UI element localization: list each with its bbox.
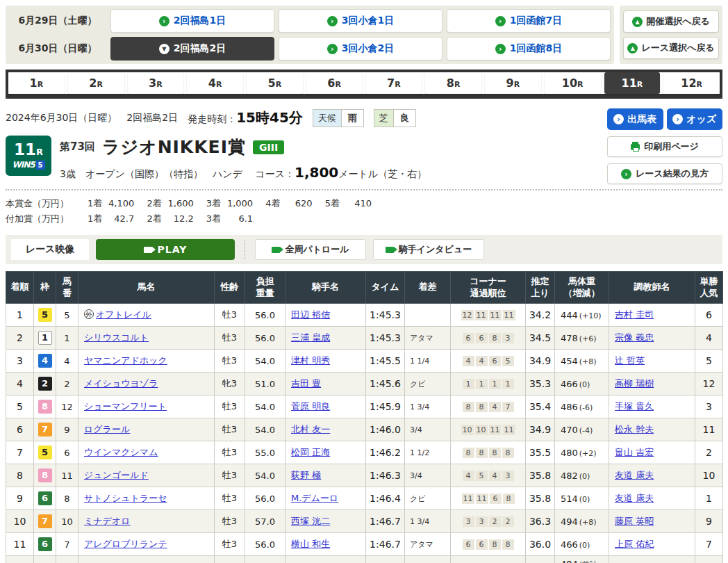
horse-name-link[interactable]: シリウスコルト (84, 332, 149, 343)
sex-age-cell: 牡3 (215, 464, 245, 487)
horse-name-link[interactable]: ヤマニンアドホック (84, 355, 167, 366)
corner-position: 4 (463, 356, 474, 366)
race-tab-2r[interactable]: 2R (68, 72, 124, 94)
popularity-cell: 1 (695, 487, 723, 510)
column-header: 単勝 人気 (695, 272, 723, 304)
sex-age-cell: 牡3 (215, 418, 245, 441)
trainer-name-link[interactable]: 手塚 貴久 (615, 401, 654, 411)
date-row-saturday: 6月29日（土曜） › 2回福島1日 › 3回小倉1日 › 1回函館7日 (9, 9, 611, 33)
frame-number-badge: 2 (38, 377, 52, 391)
corner-positions-cell: 3322 (451, 510, 526, 533)
meeting-button-label: 3回小倉2日 (342, 42, 394, 55)
chevron-up-circle-icon: ▲ (632, 17, 643, 27)
meeting-button-hakodate8[interactable]: › 1回函館8日 (447, 37, 611, 60)
play-button[interactable]: PLAY (96, 239, 235, 260)
race-tab-9r[interactable]: 9R (485, 72, 541, 94)
shutsuba-button[interactable]: › 出馬表 (607, 108, 663, 130)
jockey-interview-button[interactable]: 騎手インタビュー (373, 239, 484, 260)
corner-position: 11 (475, 310, 488, 320)
popularity-cell: 12 (695, 373, 723, 395)
jockey-name-link[interactable]: 西塚 洸二 (291, 516, 330, 526)
race-tab-8r[interactable]: 8R (425, 72, 481, 94)
carried-weight-cell: 54.0 (245, 395, 286, 418)
jockey-name-link[interactable]: 吉田 豊 (291, 378, 321, 389)
trainer-name-link[interactable]: 高柳 瑞樹 (615, 378, 654, 389)
time-cell: 1:46.7 (366, 533, 405, 556)
course-unit: メートル（芝・右） (338, 168, 427, 179)
trainer-name-link[interactable]: 松永 幹夫 (615, 424, 654, 434)
trainer-cell: 宗像 義忠 (609, 327, 695, 350)
horse-name-cell: メイショウヨゾラ (78, 373, 215, 395)
jockey-name-link[interactable]: 津村 明秀 (291, 355, 330, 366)
column-header: 性齢 (215, 272, 245, 304)
corner-position: 6 (463, 333, 474, 343)
horse-name-link[interactable]: ログラール (84, 424, 130, 434)
jockey-name-link[interactable]: 北村 友一 (291, 424, 330, 434)
trainer-name-link[interactable]: 辻 哲英 (615, 355, 645, 366)
prize-main-label: 本賞金（万円） (6, 197, 78, 210)
jockey-name-link[interactable]: 横山 和生 (291, 539, 330, 549)
race-tab-7r[interactable]: 7R (366, 72, 422, 94)
carried-weight-cell: 55.0 (245, 441, 286, 464)
trainer-name-link[interactable]: 畠山 吉宏 (615, 447, 654, 457)
corner-position: 3 (502, 471, 514, 481)
race-tab-3r[interactable]: 3R (128, 72, 184, 94)
results-body: 1 5 5 外オフトレイル 牡3 56.0 田辺 裕信 1:45.3 12111… (6, 304, 723, 563)
video-strip: レース映像 PLAY 全周パトロール 騎手インタビュー (6, 235, 722, 264)
sex-age-cell: 牡3 (215, 487, 245, 510)
horse-number-cell: 10 (56, 510, 78, 533)
jockey-name-link[interactable]: 松岡 正海 (291, 447, 330, 457)
trainer-name-link[interactable]: 友道 康夫 (615, 493, 654, 503)
back-to-race-select-button[interactable]: ▲ レース選択へ戻る (623, 37, 719, 59)
horse-name-link[interactable]: ショーマンフリート (84, 401, 167, 411)
results-guide-button[interactable]: › レース結果の見方 (607, 163, 722, 184)
horse-name-link[interactable]: サトノシュトラーセ (84, 493, 167, 503)
jockey-name-link[interactable]: 田辺 裕信 (291, 309, 330, 320)
meeting-button-kokura2[interactable]: › 3回小倉2日 (279, 37, 442, 60)
corner-position: 11 (476, 493, 488, 504)
horse-name-link[interactable]: アレグロブリランテ (84, 539, 167, 549)
jockey-name-link[interactable]: 荻野 極 (291, 470, 321, 480)
horse-weight-cell: 466(0) (555, 533, 609, 556)
trainer-name-link[interactable]: 宗像 義忠 (615, 332, 654, 343)
jockey-name-link[interactable]: 菅原 明良 (291, 401, 330, 411)
margin-cell: 3 (405, 556, 451, 563)
horse-name-link[interactable]: ウインマクシマム (84, 447, 158, 457)
time-cell: 1:45.3 (366, 304, 405, 327)
trainer-name-link[interactable]: 上原 佑紀 (615, 539, 654, 549)
jockey-name-link[interactable]: M.デムーロ (291, 493, 338, 503)
trainer-name-link[interactable]: 友道 康夫 (615, 470, 654, 480)
race-conditions-text: 3歳 オープン（国際）（特指） ハンデ (60, 168, 242, 179)
race-tab-4r[interactable]: 4R (187, 72, 243, 94)
back-to-kaisai-button[interactable]: ▲ 開催選択へ戻る (623, 10, 719, 33)
horse-name-link[interactable]: オフトレイル (96, 309, 151, 320)
horse-name-link[interactable]: ジュンゴールド (84, 470, 149, 480)
race-tab-10r[interactable]: 10R (545, 72, 601, 94)
patrol-video-button[interactable]: 全周パトロール (255, 239, 366, 260)
meeting-button-kokura1[interactable]: › 3回小倉1日 (279, 9, 442, 33)
corner-position: 10 (475, 425, 488, 435)
corner-positions-cell: 6683 (451, 327, 526, 350)
race-tab-11r[interactable]: 11R (604, 72, 661, 94)
horse-number-cell: 7 (56, 533, 78, 556)
jockey-name-link[interactable]: 三浦 皇成 (291, 332, 330, 343)
race-tab-6r[interactable]: 6R (306, 72, 363, 94)
print-page-button[interactable]: 印刷用ページ (607, 136, 722, 157)
race-tab-1r[interactable]: 1R (8, 72, 65, 94)
meeting-button-label: 3回小倉1日 (342, 15, 394, 27)
race-meeting: 2回福島2日 (126, 112, 178, 124)
odds-button[interactable]: › オッズ (667, 108, 723, 130)
meeting-button-fukushima2-selected[interactable]: ▼ 2回福島2日 (110, 37, 274, 60)
race-tab-12r[interactable]: 12R (663, 72, 720, 94)
trainer-cell: 松永 幹夫 (609, 418, 695, 441)
trainer-name-link[interactable]: 藤原 英昭 (615, 516, 654, 526)
meeting-button-fukushima1[interactable]: › 2回福島1日 (110, 9, 274, 33)
horse-name-link[interactable]: ミナデオロ (84, 516, 131, 526)
race-number-badge: 11R WIN5 5 (6, 136, 51, 176)
horse-name-link[interactable]: メイショウヨゾラ (84, 378, 158, 389)
trainer-name-link[interactable]: 吉村 圭司 (615, 309, 654, 320)
horse-weight-cell: 470(-4) (555, 418, 609, 441)
meeting-button-hakodate7[interactable]: › 1回函館7日 (447, 9, 611, 33)
race-tab-5r[interactable]: 5R (247, 72, 303, 94)
result-row: 5 8 12 ショーマンフリート 牡3 54.0 菅原 明良 1:45.9 1 … (6, 395, 723, 418)
